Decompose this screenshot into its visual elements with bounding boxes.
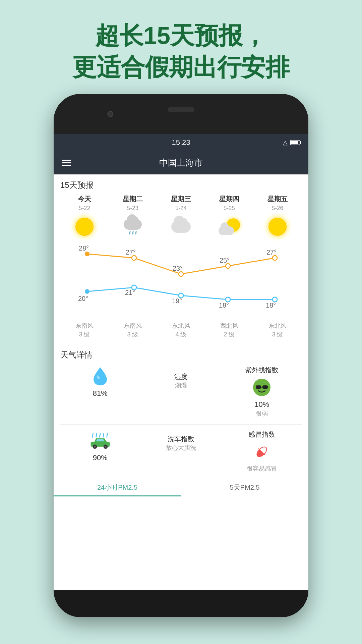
carwash-sublabel: 放心大胆洗 xyxy=(166,444,196,452)
low-dot-3 xyxy=(226,297,230,302)
humidity-label-item: 湿度 潮湿 xyxy=(141,366,221,389)
phone-screen: 15:23 △ 中国上海市 xyxy=(54,134,308,590)
temp-chart-svg: 28° 27° 23° 25° 27° xyxy=(60,245,302,318)
high-dot-1 xyxy=(132,256,136,260)
high-label-1: 27° xyxy=(126,249,136,256)
phone-speaker xyxy=(168,107,194,112)
menu-icon[interactable] xyxy=(62,158,71,168)
svg-line-5 xyxy=(93,434,93,437)
carwash-label: 洗车指数 xyxy=(168,435,194,444)
details-title: 天气详情 xyxy=(60,350,302,360)
svg-line-6 xyxy=(96,434,97,437)
cloud-icon xyxy=(171,221,191,233)
wind-col-2: 东北风 4 级 xyxy=(157,322,205,338)
forecast-section-title: 15天预报 xyxy=(60,180,302,191)
details-section: 天气详情 81% xyxy=(54,344,308,478)
tab-5d-pm25[interactable]: 5天PM2.5 xyxy=(181,478,308,496)
weather-icon-1 xyxy=(121,215,144,238)
carwash-label-item: 洗车指数 放心大胆洗 xyxy=(141,430,221,452)
day-col-fri: 星期五 5-26 xyxy=(253,195,302,241)
low-label-0: 20° xyxy=(78,295,88,302)
low-label-1: 21° xyxy=(125,289,135,296)
high-dot-3 xyxy=(226,264,230,268)
status-bar: 15:23 △ xyxy=(54,134,308,151)
front-camera xyxy=(107,111,113,117)
main-content: 15天预报 今天 5-22 星期二 xyxy=(54,174,308,590)
wind-dir-2: 东北风 xyxy=(157,322,205,330)
uv-value: 10% xyxy=(254,400,269,409)
cold-icon-container xyxy=(251,441,273,463)
svg-rect-3 xyxy=(262,385,268,389)
low-label-4: 18° xyxy=(266,302,276,309)
status-time: 15:23 xyxy=(172,138,190,147)
day-col-tue: 星期二 5-23 xyxy=(109,195,157,241)
temperature-chart: 28° 27° 23° 25° 27° xyxy=(54,241,308,322)
wind-col-4: 东北风 3 级 xyxy=(253,322,302,338)
wind-lvl-3: 2 级 xyxy=(205,330,253,338)
day-date-1: 5-23 xyxy=(127,205,138,212)
day-date-2: 5-24 xyxy=(175,205,187,212)
phone-top xyxy=(54,94,308,134)
wifi-icon: △ xyxy=(283,139,288,146)
high-label-4: 27° xyxy=(266,249,277,256)
wind-dir-0: 东南风 xyxy=(60,322,109,330)
uv-sublabel: 很弱 xyxy=(256,410,268,418)
cold-item: 感冒指数 xyxy=(222,430,302,473)
day-name-1: 星期二 xyxy=(123,195,143,204)
weather-icon-4 xyxy=(266,215,289,238)
medicine-icon xyxy=(253,443,270,461)
forecast-section: 15天预报 今天 5-22 星期二 xyxy=(54,174,308,241)
car-wash-icon xyxy=(89,432,111,449)
cloud-rain-icon xyxy=(124,219,142,234)
high-label-2: 23° xyxy=(173,265,183,272)
carwash-item: 90% xyxy=(60,430,140,463)
day-date-0: 5-22 xyxy=(79,205,90,212)
high-dot-4 xyxy=(273,256,277,260)
svg-line-8 xyxy=(103,434,104,437)
day-col-wed: 星期三 5-24 xyxy=(157,195,205,241)
wind-col-0: 东南风 3 级 xyxy=(60,322,109,338)
status-icons: △ xyxy=(283,139,300,146)
tab-24h-pm25[interactable]: 24小时PM2.5 xyxy=(54,478,181,496)
wind-lvl-4: 3 级 xyxy=(253,330,302,338)
svg-point-14 xyxy=(105,446,106,447)
bottom-tabs: 24小时PM2.5 5天PM2.5 xyxy=(54,478,308,496)
sun-icon xyxy=(75,218,94,236)
cold-sublabel: 很容易感冒 xyxy=(247,465,277,473)
low-label-2: 19° xyxy=(172,297,182,305)
wind-col-3: 西北风 2 级 xyxy=(205,322,253,338)
day-date-4: 5-26 xyxy=(272,205,283,212)
day-name-4: 星期五 xyxy=(267,195,288,204)
uv-emoji-icon xyxy=(252,378,271,397)
humidity-value: 81% xyxy=(93,389,108,398)
phone-frame: 15:23 △ 中国上海市 xyxy=(54,94,308,617)
partly-cloudy-icon xyxy=(219,218,240,235)
uv-label: 紫外线指数 xyxy=(245,366,279,375)
high-label-0: 28° xyxy=(79,245,89,252)
humidity-item: 81% xyxy=(60,366,140,398)
weather-icon-0 xyxy=(73,215,96,238)
humidity-label: 湿度 xyxy=(174,372,188,381)
app-bar: 中国上海市 xyxy=(54,151,308,174)
low-dot-4 xyxy=(273,297,277,302)
svg-point-13 xyxy=(94,446,96,447)
high-dot-2 xyxy=(179,272,183,276)
low-label-3: 18° xyxy=(219,302,229,309)
svg-line-7 xyxy=(100,434,100,437)
svg-line-9 xyxy=(107,434,107,437)
high-dot-0 xyxy=(85,252,89,256)
header-text: 超长15天预报， 更适合假期出行安排 xyxy=(0,0,362,96)
low-dot-0 xyxy=(85,289,89,294)
sun-icon-2 xyxy=(268,218,287,236)
wind-dir-3: 西北风 xyxy=(205,322,253,330)
wind-lvl-1: 3 级 xyxy=(109,330,157,338)
battery-icon xyxy=(290,140,300,145)
day-name-0: 今天 xyxy=(78,195,91,204)
day-col-thu: 星期四 5-25 xyxy=(205,195,253,241)
header-line1: 超长15天预报， xyxy=(0,20,362,52)
carwash-value: 90% xyxy=(93,453,108,462)
phone-bottom xyxy=(54,590,308,617)
carwash-icon-container xyxy=(89,430,111,451)
wind-info: 东南风 3 级 东南风 3 级 东北风 4 级 西北风 2 级 xyxy=(54,322,308,344)
humidity-icon-container xyxy=(89,366,111,387)
